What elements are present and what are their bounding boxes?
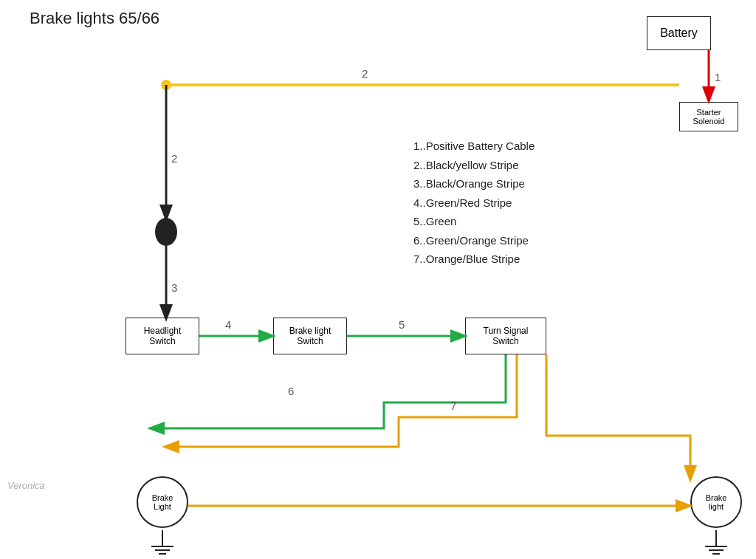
- svg-text:4: 4: [225, 318, 231, 331]
- svg-text:1: 1: [715, 71, 721, 83]
- svg-text:5: 5: [399, 318, 405, 331]
- svg-text:2: 2: [171, 152, 177, 165]
- svg-text:6: 6: [288, 385, 294, 397]
- svg-text:3: 3: [171, 281, 177, 294]
- wiring-diagram-svg: 2 1 2 3 4 5 6 7: [0, 0, 756, 559]
- svg-text:2: 2: [362, 67, 368, 80]
- svg-text:7: 7: [450, 399, 456, 412]
